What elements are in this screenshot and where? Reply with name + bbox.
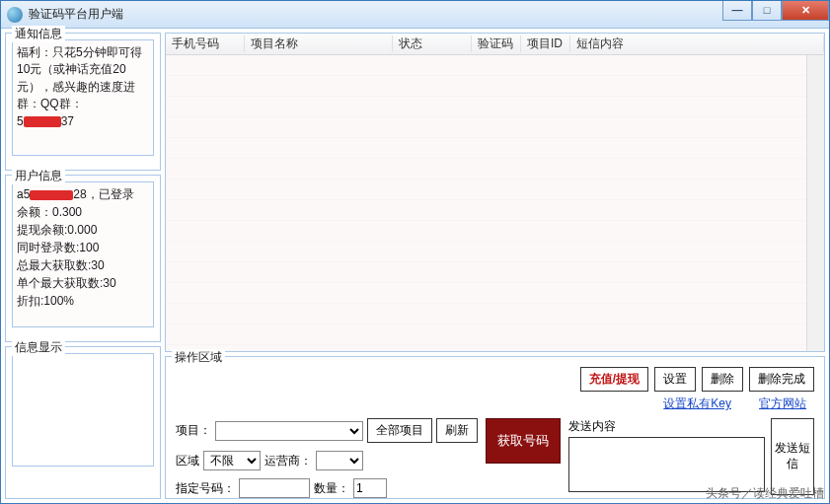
controls-block: 项目： 全部项目 刷新 区域 不限 运营商： 指定号码： [176,418,478,498]
col-phone[interactable]: 手机号码 [166,36,245,52]
message-display-group: 信息显示 [5,346,161,499]
col-code[interactable]: 验证码 [472,36,521,52]
refresh-button[interactable]: 刷新 [436,418,478,443]
right-column: 手机号码 项目名称 状态 验证码 项目ID 短信内容 操作区域 充值/提现 设置… [165,33,825,499]
grid-header: 手机号码 项目名称 状态 验证码 项目ID 短信内容 [166,34,824,55]
notify-group: 通知信息 福利：只花5分钟即可得 10元（或神话充值20 元），感兴趣的速度进 … [5,33,161,171]
close-button[interactable] [782,1,829,21]
notify-text: 福利：只花5分钟即可得 10元（或神话充值20 元），感兴趣的速度进 群：QQ群… [12,39,154,156]
number-input[interactable] [239,478,310,498]
get-number-button[interactable]: 获取号码 [486,418,561,464]
send-textarea-wrap: 发送内容 [568,418,765,495]
carrier-label: 运营商： [264,453,312,469]
notify-legend: 通知信息 [12,26,65,42]
maximize-button[interactable] [752,1,782,21]
area-label: 区域 [176,453,199,469]
redacted-bar [24,116,61,127]
grid-rows[interactable] [166,55,824,351]
col-status[interactable]: 状态 [393,36,472,52]
number-label: 指定号码： [176,480,235,497]
send-header: 发送内容 [568,418,765,435]
window-title: 验证码平台用户端 [29,6,123,23]
operation-group: 操作区域 充值/提现 设置 删除 删除完成 设置私有Key 官方网站 项目： [165,356,825,499]
minimize-button[interactable] [722,1,752,21]
window-body: 通知信息 福利：只花5分钟即可得 10元（或神话充值20 元），感兴趣的速度进 … [1,29,829,503]
userinfo-legend: 用户信息 [12,168,65,184]
area-select[interactable]: 不限 [203,451,261,470]
operation-legend: 操作区域 [172,349,225,366]
left-column: 通知信息 福利：只花5分钟即可得 10元（或神话充值20 元），感兴趣的速度进 … [5,33,161,499]
private-key-link[interactable]: 设置私有Key [663,396,731,412]
project-select[interactable] [215,421,363,441]
userinfo-text: a528，已登录 余额：0.300 提现余额:0.000 同时登录数:100 总… [12,181,154,327]
send-sms-button[interactable]: 发送短信 [771,418,814,495]
titlebar[interactable]: 验证码平台用户端 [1,1,829,29]
delete-button[interactable]: 删除 [702,367,743,392]
carrier-select[interactable] [316,451,363,470]
delete-done-button[interactable]: 删除完成 [749,367,814,392]
redacted-bar [30,190,73,200]
userinfo-group: 用户信息 a528，已登录 余额：0.300 提现余额:0.000 同时登录数:… [5,175,161,342]
area-row: 区域 不限 运营商： [176,451,478,470]
col-project[interactable]: 项目名称 [245,36,393,52]
system-buttons [722,1,829,21]
message-display-legend: 信息显示 [12,339,65,356]
app-window: 验证码平台用户端 通知信息 福利：只花5分钟即可得 10元（或神话充值20 元）… [0,0,830,504]
number-row: 指定号码： 数量： [176,478,478,498]
footer-watermark: 头条号／读经典爱吐槽 [706,485,824,502]
message-display-area [12,353,154,467]
data-grid[interactable]: 手机号码 项目名称 状态 验证码 项目ID 短信内容 [165,33,825,352]
link-row: 设置私有Key 官方网站 [172,396,818,412]
all-projects-button[interactable]: 全部项目 [367,418,432,443]
send-area: 发送内容 发送短信 [568,418,814,495]
send-textarea[interactable] [568,437,765,492]
qty-input[interactable] [353,478,387,498]
project-row: 项目： 全部项目 刷新 [176,418,478,443]
settings-button[interactable]: 设置 [654,367,696,392]
col-sms-content[interactable]: 短信内容 [570,36,824,52]
official-site-link[interactable]: 官方网站 [759,396,806,412]
recharge-button[interactable]: 充值/提现 [580,367,648,392]
col-project-id[interactable]: 项目ID [521,36,570,52]
qty-label: 数量： [314,480,349,497]
top-button-row: 充值/提现 设置 删除 删除完成 [172,367,818,392]
app-icon [7,7,23,23]
project-label: 项目： [176,422,211,439]
